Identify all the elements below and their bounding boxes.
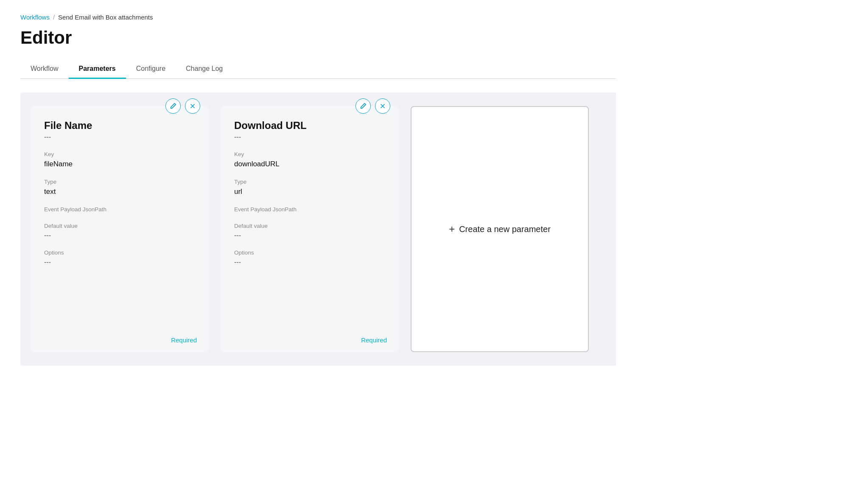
close-button-filename[interactable] (185, 98, 200, 114)
card-default-group-downloadurl: Default value --- (234, 223, 385, 239)
card-title-downloadurl: Download URL (234, 120, 385, 132)
required-badge-downloadurl: Required (361, 336, 387, 344)
card-description-downloadurl: --- (234, 133, 385, 141)
card-type-group-filename: Type text (44, 179, 195, 196)
card-options-label-downloadurl: Options (234, 249, 385, 256)
page-container: Workflows / Send Email with Box attachme… (0, 0, 636, 379)
breadcrumb-link[interactable]: Workflows (20, 14, 50, 21)
card-key-label-downloadurl: Key (234, 151, 385, 157)
card-options-group-downloadurl: Options --- (234, 249, 385, 266)
cards-container: File Name --- Key fileName Type text Eve… (20, 92, 616, 366)
card-jsonpath-label-filename: Event Payload JsonPath (44, 206, 195, 213)
close-button-downloadurl[interactable] (375, 98, 390, 114)
card-default-value-filename: --- (44, 232, 195, 239)
close-icon (379, 102, 386, 110)
breadcrumb: Workflows / Send Email with Box attachme… (20, 14, 616, 21)
card-jsonpath-label-downloadurl: Event Payload JsonPath (234, 206, 385, 213)
card-title-group-downloadurl: Download URL --- (234, 120, 385, 141)
card-key-value-filename: fileName (44, 160, 195, 168)
card-options-value-downloadurl: --- (234, 258, 385, 266)
card-key-value-downloadurl: downloadURL (234, 160, 385, 168)
edit-icon (359, 102, 367, 110)
card-jsonpath-group-filename: Event Payload JsonPath (44, 206, 195, 213)
breadcrumb-separator: / (53, 14, 55, 21)
tab-parameters[interactable]: Parameters (69, 60, 126, 79)
edit-button-downloadurl[interactable] (356, 98, 371, 114)
card-description-filename: --- (44, 133, 195, 141)
card-key-group-filename: Key fileName (44, 151, 195, 168)
card-default-label-filename: Default value (44, 223, 195, 229)
plus-icon: + (449, 223, 455, 235)
tab-changelog[interactable]: Change Log (176, 60, 233, 79)
card-options-value-filename: --- (44, 258, 195, 266)
card-actions-filename (165, 98, 200, 114)
close-icon (189, 102, 196, 110)
tab-workflow[interactable]: Workflow (20, 60, 69, 79)
card-jsonpath-group-downloadurl: Event Payload JsonPath (234, 206, 385, 213)
card-key-group-downloadurl: Key downloadURL (234, 151, 385, 168)
new-param-card[interactable]: + Create a new parameter (411, 106, 589, 352)
card-default-group-filename: Default value --- (44, 223, 195, 239)
card-options-label-filename: Options (44, 249, 195, 256)
card-actions-downloadurl (356, 98, 390, 114)
card-title-group: File Name --- (44, 120, 195, 141)
card-title-filename: File Name (44, 120, 195, 132)
card-type-group-downloadurl: Type url (234, 179, 385, 196)
tab-configure[interactable]: Configure (126, 60, 176, 79)
card-type-value-filename: text (44, 188, 195, 196)
card-key-label-filename: Key (44, 151, 195, 157)
edit-button-filename[interactable] (165, 98, 181, 114)
card-default-value-downloadurl: --- (234, 232, 385, 239)
param-card-downloadurl: Download URL --- Key downloadURL Type ur… (221, 106, 399, 352)
edit-icon (169, 102, 177, 110)
param-card-filename: File Name --- Key fileName Type text Eve… (31, 106, 209, 352)
tabs: Workflow Parameters Configure Change Log (20, 60, 616, 79)
new-param-label: Create a new parameter (459, 224, 551, 234)
card-type-value-downloadurl: url (234, 188, 385, 196)
card-options-group-filename: Options --- (44, 249, 195, 266)
card-type-label-downloadurl: Type (234, 179, 385, 185)
page-title: Editor (20, 28, 616, 48)
card-type-label-filename: Type (44, 179, 195, 185)
breadcrumb-current: Send Email with Box attachments (58, 14, 153, 21)
card-default-label-downloadurl: Default value (234, 223, 385, 229)
required-badge-filename: Required (171, 336, 197, 344)
new-param-inner: + Create a new parameter (449, 223, 551, 235)
